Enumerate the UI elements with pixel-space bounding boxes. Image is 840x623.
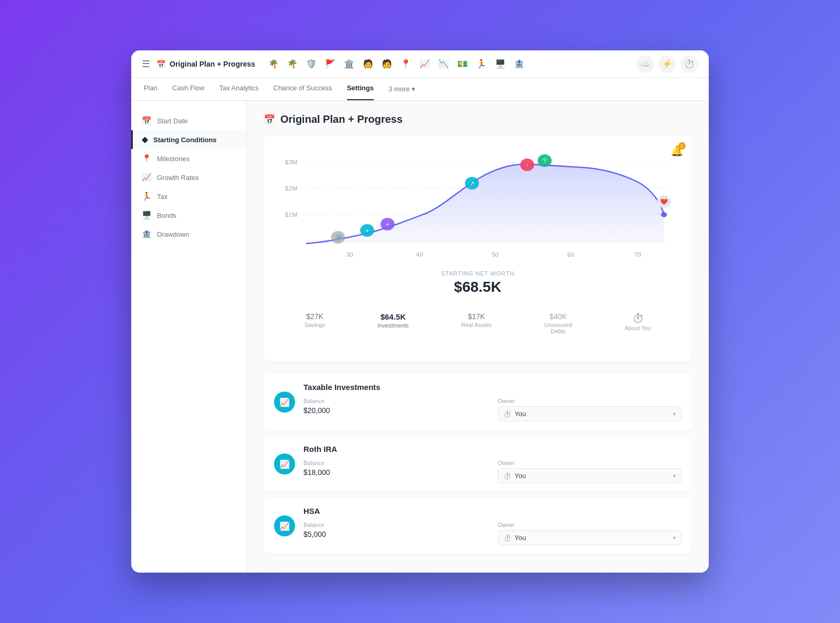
svg-text:?: ? [543,157,547,164]
location-icon: 📍 [142,154,152,163]
content-header: 📅 Original Plan + Progress [264,113,692,125]
building-icon[interactable]: 🏛️ [341,56,357,72]
person-run-icon[interactable]: 🏃 [474,56,489,72]
main-content: 📅 Original Plan + Progress 🔔 1 [247,101,709,573]
roth-balance-field: Balance $18,000 [303,460,487,477]
bonds-icon: 🖥️ [142,210,152,220]
menu-icon[interactable]: ☰ [142,58,150,70]
flag-icon[interactable]: 🚩 [322,56,338,72]
cat-tab-savings[interactable]: $27K Savings [298,308,331,339]
investments-list: 📈 Taxable Investments Balance $20,000 Ow… [264,374,692,554]
svg-text:+: + [386,221,390,227]
chevron-down-icon: ▾ [412,85,415,93]
sidebar-item-tax[interactable]: 🏃 Tax [131,187,246,206]
tab-tax-analytics[interactable]: Tax Analytics [219,78,258,100]
roth-owner-field: Owner ⏱️ You ▾ [498,460,681,483]
hsa-title: HSA [303,506,681,515]
svg-text:70: 70 [634,251,642,258]
drawdown-icon: 🏦 [142,229,152,239]
svg-text:40: 40 [416,251,423,258]
sidebar-item-drawdown[interactable]: 🏦 Drawdown [131,225,246,244]
main-layout: 📅 Start Date ◆ Starting Conditions 📍 Mil… [131,101,709,573]
pin-icon[interactable]: 📍 [398,56,414,72]
heart-shield-icon[interactable]: 🛡️ [303,56,319,72]
taxable-investments-title: Taxable Investments [303,383,681,392]
header-icons: 🌴 🌴 🛡️ 🚩 🏛️ 🧑 🧑 📍 📈 📉 💵 🏃 🖥️ 🏦 [255,56,636,72]
title-icon: 📅 [156,60,165,68]
investment-item-hsa: 📈 HSA Balance $5,000 Owner [264,498,692,554]
svg-text:↑: ↑ [526,162,529,168]
svg-text:$1M: $1M [285,212,298,218]
hsa-icon: 📈 [274,515,295,536]
tabs-bar: Plan Cash Flow Tax Analytics Chance of S… [131,78,709,101]
calendar-icon: 📅 [142,116,152,125]
svg-text:60: 60 [568,251,575,258]
svg-text:50: 50 [491,251,499,258]
person-teal-icon[interactable]: 🧑 [360,56,376,72]
owner-clock-icon: ⏱️ [503,534,511,542]
net-worth-value: $68.5K [274,279,681,295]
cat-tab-about-you[interactable]: ⏱️ About You [618,308,657,339]
sidebar-item-milestones[interactable]: 📍 Milestones [131,149,246,168]
taxable-owner-field: Owner ⏱️ You ▾ [498,398,681,421]
sidebar: 📅 Start Date ◆ Starting Conditions 📍 Mil… [131,101,247,573]
growth-icon: 📈 [142,173,152,182]
palm-tree-pink-icon[interactable]: 🌴 [285,56,300,72]
tab-cashflow[interactable]: Cash Flow [172,78,204,100]
header-left: ☰ 📅 Original Plan + Progress [142,58,255,70]
dollar-icon[interactable]: 💵 [455,56,470,72]
tax-icon: 🏃 [142,192,152,201]
sidebar-item-starting-conditions[interactable]: ◆ Starting Conditions [131,130,246,149]
chevron-down-icon: ▾ [673,535,676,541]
svg-text:⚙️: ⚙️ [334,234,343,241]
chevron-down-icon: ▾ [673,411,676,417]
chart-up-icon[interactable]: 📈 [417,56,433,72]
investment-item-taxable: 📈 Taxable Investments Balance $20,000 Ow… [264,374,692,430]
tab-plan[interactable]: Plan [144,78,158,100]
screen-icon[interactable]: 🖥️ [492,56,508,72]
chart-area: $3M $2M $1M [274,146,681,262]
svg-text:30: 30 [346,251,353,258]
tab-more[interactable]: 3 more ▾ [388,85,415,93]
hsa-owner-dropdown[interactable]: ⏱️ You ▾ [498,530,681,545]
svg-point-24 [661,212,667,217]
cloud-icon[interactable]: ☁️ [636,55,654,73]
person-purple-icon[interactable]: 🧑 [379,56,395,72]
sidebar-item-bonds[interactable]: 🖥️ Bonds [131,206,246,225]
timer-icon[interactable]: ⏱️ [680,55,698,73]
net-worth-label: STARTING NET WORTH [274,270,681,277]
chart-svg: $3M $2M $1M [274,146,681,262]
svg-text:❤️: ❤️ [660,198,668,205]
app-title: 📅 Original Plan + Progress [156,60,255,68]
bank-icon[interactable]: 🏦 [511,56,527,72]
tab-settings[interactable]: Settings [347,78,374,100]
sidebar-item-growth-rates[interactable]: 📈 Growth Rates [131,168,246,187]
chart-container: 🔔 1 $3M $2M $1M [264,136,692,362]
taxable-balance-field: Balance $20,000 [303,398,487,415]
calendar-title-icon: 📅 [264,114,275,125]
roth-ira-title: Roth IRA [303,445,681,453]
owner-clock-icon: ⏱️ [503,410,511,418]
lightning-icon[interactable]: ⚡ [658,55,676,73]
roth-owner-dropdown[interactable]: ⏱️ You ▾ [498,468,681,483]
header-right: ☁️ ⚡ ⏱️ [636,55,698,73]
svg-text:↗: ↗ [469,180,475,186]
cat-tab-unsecured-debts[interactable]: $40K UnsecuredDebts [538,308,579,339]
sidebar-item-start-date[interactable]: 📅 Start Date [131,111,246,130]
cat-tab-investments[interactable]: $64.5K Investments [371,308,415,339]
category-tabs: $27K Savings $64.5K Investments $17K Rea… [274,308,681,339]
svg-text:$3M: $3M [285,159,298,165]
chevron-down-icon: ▾ [673,473,676,479]
net-worth-section: STARTING NET WORTH $68.5K [274,270,681,295]
hsa-owner-field: Owner ⏱️ You ▾ [498,522,681,545]
chart-down-icon[interactable]: 📉 [436,56,452,72]
diamond-icon: ◆ [142,135,148,144]
taxable-owner-dropdown[interactable]: ⏱️ You ▾ [498,406,681,421]
svg-text:$2M: $2M [285,185,298,192]
tab-chance-of-success[interactable]: Chance of Success [274,78,332,100]
header: ☰ 📅 Original Plan + Progress 🌴 🌴 🛡️ 🚩 🏛️… [131,50,709,78]
cat-tab-real-assets[interactable]: $17K Real Assets [455,308,498,339]
palm-tree-green-icon[interactable]: 🌴 [266,56,281,72]
owner-clock-icon: ⏱️ [503,472,511,480]
hsa-balance-field: Balance $5,000 [303,522,487,538]
